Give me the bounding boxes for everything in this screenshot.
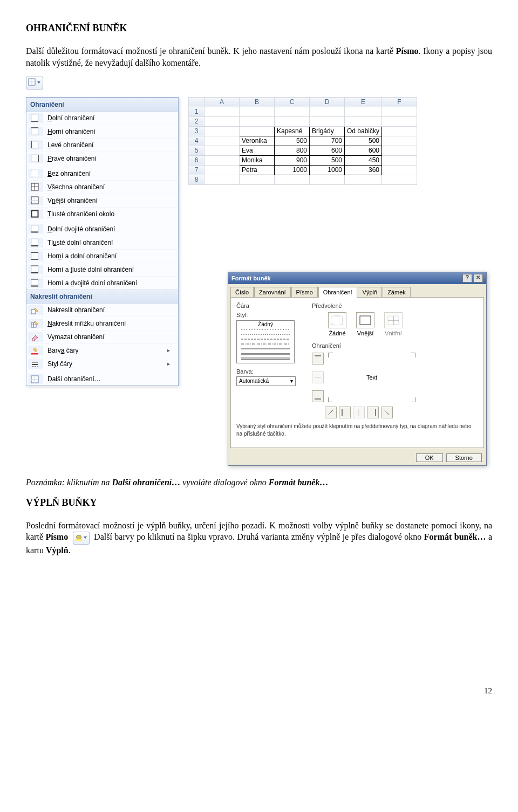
- border-icon: [28, 78, 36, 88]
- preset-none[interactable]: Žádné: [328, 312, 346, 338]
- border-right-toggle[interactable]: [367, 407, 379, 418]
- row-header[interactable]: 2: [189, 116, 205, 126]
- cell[interactable]: 500: [275, 136, 310, 146]
- menu-item-prave-ohraniceni[interactable]: Pravé ohraničení: [26, 152, 178, 165]
- fill-bold-pismo: Písmo: [45, 532, 68, 541]
- line-color-select[interactable]: Automatická ▾: [236, 376, 296, 386]
- border-vertical-toggle[interactable]: [353, 407, 365, 418]
- cell[interactable]: 360: [345, 165, 382, 175]
- col-header[interactable]: C: [275, 97, 310, 107]
- help-button[interactable]: ?: [462, 274, 472, 283]
- cell[interactable]: Brigády: [310, 126, 345, 136]
- menu-label: Další ohraničení…: [47, 375, 175, 383]
- cell[interactable]: Veronika: [240, 136, 275, 146]
- cell[interactable]: Eva: [240, 146, 275, 155]
- cell[interactable]: 450: [345, 155, 382, 165]
- note-bold-1: Další ohraničení…: [112, 478, 181, 487]
- tab-pismo[interactable]: Písmo: [291, 287, 318, 298]
- menu-item-horni-a-tluste-dolni[interactable]: Horní a tlusté dolní ohraničení: [26, 263, 178, 276]
- preset-inner[interactable]: Vnitřní: [384, 312, 403, 338]
- border-top-toggle[interactable]: [312, 353, 324, 364]
- cell[interactable]: 600: [310, 146, 345, 155]
- col-header[interactable]: E: [345, 97, 382, 107]
- border-diag-up-toggle[interactable]: [325, 407, 337, 418]
- menu-item-leve-ohraniceni[interactable]: Levé ohraničení: [26, 138, 178, 152]
- cell[interactable]: Petra: [240, 165, 275, 175]
- cell[interactable]: 800: [275, 146, 310, 155]
- tab-cislo[interactable]: Číslo: [230, 287, 254, 298]
- svg-rect-59: [332, 316, 343, 325]
- col-header[interactable]: A: [205, 97, 240, 107]
- border-bottom-toggle[interactable]: [312, 390, 324, 402]
- menu-item-horni-ohraniceni[interactable]: Horní ohraničení: [26, 125, 178, 138]
- row-header[interactable]: 8: [189, 175, 205, 184]
- menu-item-dalsi-ohraniceni[interactable]: Další ohraničení…: [26, 373, 178, 386]
- row-header[interactable]: 4: [189, 136, 205, 146]
- menu-group-ohraniceni: Ohraničení: [26, 98, 178, 112]
- tab-ohraniceni[interactable]: Ohraničení: [318, 287, 357, 298]
- col-header[interactable]: B: [240, 97, 275, 107]
- col-header[interactable]: D: [310, 97, 345, 107]
- menu-item-vymazat-ohraniceni[interactable]: Vymazat ohraničení: [26, 330, 178, 343]
- menu-item-nakreslit-ohraniceni[interactable]: Nakreslit ohraničení: [26, 304, 178, 316]
- line-style-list[interactable]: Žádný: [236, 320, 295, 363]
- preset-outer[interactable]: Vnější: [356, 312, 374, 338]
- cell[interactable]: 900: [275, 155, 310, 165]
- menu-item-tluste-dolni[interactable]: Tlusté dolní ohraničení: [26, 236, 178, 249]
- format-cells-dialog: Formát buněk ? ✕ Číslo Zarovnání Písmo O…: [228, 272, 487, 466]
- ok-button[interactable]: OK: [416, 453, 443, 462]
- heading-ohraniceni-bunek: OHRANIČENÍ BUNĚK: [26, 22, 492, 35]
- col-header[interactable]: F: [382, 97, 417, 107]
- border-none-icon: [28, 169, 43, 178]
- cell[interactable]: Monika: [240, 155, 275, 165]
- menu-item-horni-a-dolni[interactable]: Horní a dolní ohraničení: [26, 249, 178, 263]
- border-toolbar-button[interactable]: [26, 77, 43, 90]
- preset-none-icon: [328, 312, 346, 328]
- select-all-corner[interactable]: [189, 97, 205, 107]
- cell[interactable]: 500: [345, 136, 382, 146]
- close-button[interactable]: ✕: [473, 274, 483, 283]
- cell[interactable]: 500: [310, 155, 345, 165]
- cell[interactable]: Od babičky: [345, 126, 382, 136]
- cell[interactable]: Kapesné: [275, 126, 310, 136]
- menu-item-styl-cary[interactable]: Styl čáry ▸: [26, 357, 178, 370]
- intro-bold-pismo: Písmo: [396, 46, 419, 56]
- menu-item-bez-ohraniceni[interactable]: Bez ohraničení: [26, 167, 178, 180]
- menu-label: Horní a dolní ohraničení: [47, 252, 175, 260]
- tab-zarovnani[interactable]: Zarovnání: [254, 287, 291, 298]
- menu-item-barva-cary[interactable]: Barva čáry ▸: [26, 343, 178, 357]
- tab-zamek[interactable]: Zámek: [383, 287, 411, 298]
- border-horizontal-toggle[interactable]: [312, 371, 324, 383]
- page-number: 12: [26, 685, 492, 696]
- border-right-icon: [28, 154, 43, 163]
- menu-item-horni-a-dvojite-dolni[interactable]: Horní a dvojité dolní ohraničení: [26, 276, 178, 290]
- fill-color-toolbar-button[interactable]: [73, 532, 90, 545]
- svg-rect-19: [31, 211, 38, 217]
- menu-item-vsechna-ohraniceni[interactable]: Všechna ohraničení: [26, 180, 178, 194]
- dialog-titlebar: Formát buněk ? ✕: [228, 272, 486, 284]
- menu-item-vnejsi-ohraniceni[interactable]: Vnější ohraničení: [26, 194, 178, 207]
- row-header[interactable]: 5: [189, 146, 205, 155]
- border-diag-down-toggle[interactable]: [381, 407, 393, 418]
- svg-rect-10: [31, 155, 38, 162]
- cell[interactable]: 1000: [275, 165, 310, 175]
- menu-item-tluste-ohraniceni-okolo[interactable]: Tlusté ohraničení okolo: [26, 207, 178, 221]
- menu-item-dolni-ohraniceni[interactable]: DDolní ohraničeníolní ohraničení: [26, 112, 178, 125]
- dropdown-arrow-icon: [37, 79, 41, 87]
- dropdown-arrow-icon: ▾: [290, 377, 293, 385]
- border-left-toggle[interactable]: [339, 407, 351, 418]
- row-header[interactable]: 3: [189, 126, 205, 136]
- cell[interactable]: 600: [345, 146, 382, 155]
- border-bottom-double-icon: [28, 224, 43, 234]
- fill-paragraph: Poslední formátovací možností je výplň b…: [26, 520, 492, 556]
- cancel-button[interactable]: Storno: [446, 453, 482, 462]
- row-header[interactable]: 7: [189, 165, 205, 175]
- tab-vypln[interactable]: Výplň: [358, 287, 383, 298]
- row-header[interactable]: 1: [189, 107, 205, 116]
- menu-item-dolni-dvojite[interactable]: Dolní dvojité ohraničení: [26, 223, 178, 236]
- cell[interactable]: 1000: [310, 165, 345, 175]
- menu-item-nakreslit-mrizku[interactable]: Nakreslit mřížku ohraničení: [26, 316, 178, 330]
- row-header[interactable]: 6: [189, 155, 205, 165]
- cell[interactable]: 700: [310, 136, 345, 146]
- border-preview[interactable]: Text: [326, 350, 418, 404]
